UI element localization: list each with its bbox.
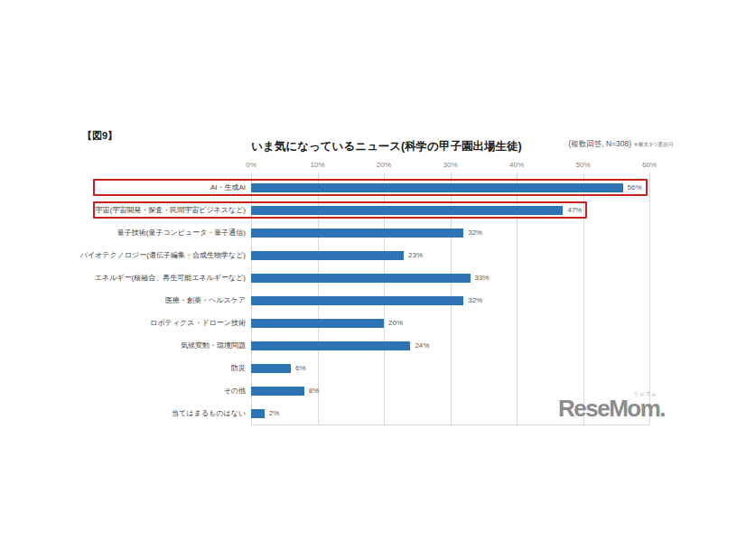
resemom-watermark: リセマム ReseMom. <box>558 391 667 421</box>
value-label: 20% <box>388 319 403 328</box>
bar <box>251 274 471 283</box>
axis-tick-label: 0% <box>246 161 256 169</box>
value-label: 23% <box>408 251 423 260</box>
value-label: 8% <box>309 387 320 396</box>
bar <box>251 387 304 396</box>
bar <box>251 251 404 260</box>
value-label: 33% <box>475 274 490 283</box>
axis-tick-label: 30% <box>443 161 457 169</box>
value-label: 32% <box>468 229 482 238</box>
axis-baseline <box>251 425 649 425</box>
bar <box>251 296 463 305</box>
category-label: ロボティクス・ドローン技術 <box>150 319 246 328</box>
value-label: 6% <box>295 364 306 373</box>
highlight-box <box>93 179 648 196</box>
category-label: 防災 <box>231 364 246 373</box>
watermark-logo-text: ReseMom. <box>558 397 667 421</box>
page: 【図9】 いま気になっているニュース(科学の甲子園出場生徒) (複数回答, N=… <box>0 0 746 560</box>
bar <box>251 341 410 350</box>
chart-area: 0%10%20%30%40%50%60%AI・生成AI56%宇宙(宇宙開発・探査… <box>0 0 746 560</box>
highlight-box <box>93 201 587 219</box>
bar <box>251 319 384 328</box>
category-label: バイオテクノロジー(遺伝子編集・合成生物学など) <box>80 251 246 260</box>
axis-tick-label: 10% <box>310 161 324 169</box>
category-label: エネルギー(核融合、再生可能エネルギーなど) <box>95 274 246 283</box>
category-label: 医療・創薬・ヘルスケア <box>165 296 246 305</box>
value-label: 24% <box>415 341 429 350</box>
category-label: 当てはまるものはない <box>172 409 246 418</box>
bar <box>251 229 463 238</box>
value-label: 32% <box>468 296 482 305</box>
axis-tick-label: 50% <box>575 161 590 169</box>
bar <box>251 364 291 373</box>
bar <box>251 409 265 418</box>
category-label: 気候変動・環境問題 <box>181 341 246 350</box>
axis-tick-label: 40% <box>509 161 524 169</box>
category-label: 量子技術(量子コンピュータ・量子通信) <box>117 229 246 238</box>
value-label: 2% <box>269 409 280 418</box>
axis-tick-label: 20% <box>377 161 391 169</box>
gridline <box>649 173 650 425</box>
category-label: その他 <box>224 387 246 396</box>
axis-tick-label: 60% <box>642 161 657 169</box>
